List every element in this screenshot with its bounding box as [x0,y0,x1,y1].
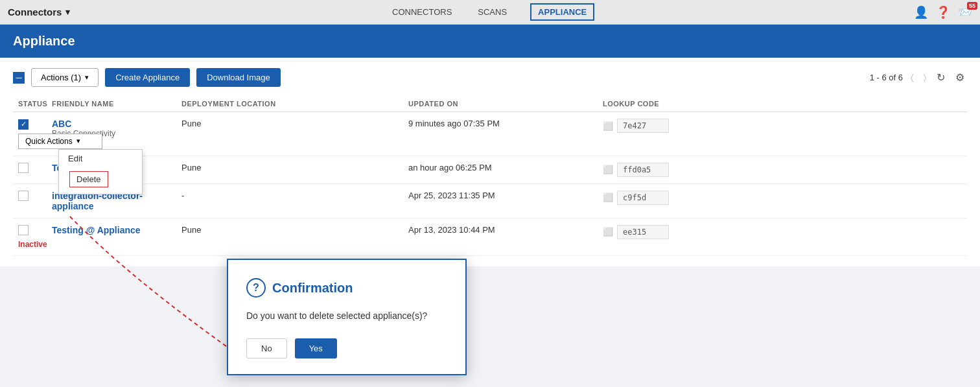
app-dropdown-icon[interactable]: ▾ [65,7,70,17]
row3-lookup-code: c9f5d [617,191,669,205]
row1-friendly-name[interactable]: ABC [52,119,181,129]
main-nav: CONNECTORS SCANS APPLIANCE [390,2,594,22]
toolbar-left: ─ Actions (1) ▾ Create Appliance Downloa… [13,68,281,87]
quick-actions-arrow: ▾ [76,137,80,145]
dialog-actions: No Yes [246,338,447,358]
dialog-question-icon: ? [246,278,266,298]
next-page-button[interactable]: 〉 [921,71,929,84]
col-header-updated: UPDATED ON [408,100,603,108]
toolbar: ─ Actions (1) ▾ Create Appliance Downloa… [13,68,967,87]
row4-copy-icon[interactable]: ⬜ [603,227,613,237]
page-header: Appliance [0,25,980,58]
col-header-deployment: DEPLOYMENT LOCATION [181,100,408,108]
prev-page-button[interactable]: 〈 [908,71,916,84]
row1-deployment: Pune [181,119,408,128]
table-row: integration-collector-appliance - Apr 25… [13,184,967,218]
row3-updated: Apr 25, 2023 11:35 PM [408,191,603,200]
row2-lookup-cell: ⬜ ffd0a5 [603,163,732,177]
row4-status-cell: Inactive [13,225,52,249]
quick-actions-button[interactable]: Quick Actions ▾ [18,134,102,149]
main-content: ─ Actions (1) ▾ Create Appliance Downloa… [0,58,980,266]
help-icon[interactable]: ❓ [936,5,950,19]
select-all-checkbox[interactable]: ─ [13,72,25,84]
row4-name-cell: Testing @ Appliance [52,225,181,235]
create-appliance-button[interactable]: Create Appliance [105,68,190,87]
top-navigation: Connectors ▾ CONNECTORS SCANS APPLIANCE … [0,0,980,25]
dialog-body: Do you want to delete selected appliance… [246,309,447,323]
row1-lookup-code: 7e427 [617,119,669,133]
dialog-title-area: ? Confirmation [246,278,447,298]
col-header-lookup: LOOKUP CODE [603,100,732,108]
delete-action[interactable]: Delete [69,171,108,187]
row2-updated: an hour ago 06:25 PM [408,163,603,172]
row2-status-cell [13,163,52,175]
dialog-title-text: Confirmation [272,281,353,296]
settings-button[interactable]: ⚙ [953,70,967,85]
app-title-area[interactable]: Connectors ▾ [8,6,70,18]
col-header-status: STATUS [13,100,52,108]
row1-updated: 9 minutes ago 07:35 PM [408,119,603,128]
row3-copy-icon[interactable]: ⬜ [603,193,613,202]
row2-copy-icon[interactable]: ⬜ [603,165,613,174]
row1-lookup-cell: ⬜ 7e427 [603,119,732,133]
row4-lookup-code: ee315 [617,225,669,239]
row1-checkbox[interactable]: ✓ [18,119,29,130]
table-row: Inactive Testing @ Appliance Pune Apr 13… [13,218,967,256]
row3-lookup-cell: ⬜ c9f5d [603,191,732,205]
row1-status-cell: ✓ Quick Actions ▾ Edit Delete [13,119,52,149]
app-title: Connectors [8,6,62,18]
actions-button[interactable]: Actions (1) ▾ [31,68,99,87]
row3-checkbox[interactable] [18,191,29,201]
download-image-button[interactable]: Download Image [196,68,281,87]
user-icon[interactable]: 👤 [914,5,928,19]
row2-deployment: Pune [181,163,408,172]
quick-actions-dropdown: Edit Delete [58,149,143,194]
row4-status-label: Inactive [18,240,52,249]
refresh-button[interactable]: ↻ [934,70,948,85]
top-right-controls: 👤 ❓ 📨55 [914,5,972,19]
dialog-yes-button[interactable]: Yes [295,338,337,358]
row4-lookup-cell: ⬜ ee315 [603,225,732,239]
dialog-no-button[interactable]: No [246,338,287,358]
nav-appliance[interactable]: APPLIANCE [530,3,594,21]
row2-checkbox[interactable] [18,163,29,173]
row3-deployment: - [181,191,408,200]
quick-actions-label: Quick Actions [25,137,73,146]
appliance-table: STATUS FRIENDLY NAME DEPLOYMENT LOCATION… [13,96,967,256]
edit-action[interactable]: Edit [59,150,142,167]
row4-checkbox[interactable] [18,225,29,235]
row2-lookup-code: ffd0a5 [617,163,669,177]
row4-friendly-name[interactable]: Testing @ Appliance [52,225,181,235]
confirmation-dialog: ? Confirmation Do you want to delete sel… [227,259,467,375]
col-header-friendly-name: FRIENDLY NAME [52,100,181,108]
row4-deployment: Pune [181,225,408,235]
page-title: Appliance [13,34,75,48]
row1-copy-icon[interactable]: ⬜ [603,121,613,131]
row3-status-cell [13,191,52,203]
table-row: Test Pune an hour ago 06:25 PM ⬜ ffd0a5 [13,156,967,184]
notification-count: 55 [967,2,977,10]
table-row: ✓ Quick Actions ▾ Edit Delete A [13,112,967,156]
nav-scans[interactable]: SCANS [475,2,509,22]
delete-action-wrapper: Delete [59,167,142,194]
table-header: STATUS FRIENDLY NAME DEPLOYMENT LOCATION… [13,96,967,112]
row4-updated: Apr 13, 2023 10:44 PM [408,225,603,235]
notifications-icon[interactable]: 📨55 [958,5,972,19]
toolbar-right: 1 - 6 of 6 〈 〉 ↻ ⚙ [870,70,967,85]
nav-connectors[interactable]: CONNECTORS [390,2,454,22]
pagination-info: 1 - 6 of 6 [870,73,903,82]
